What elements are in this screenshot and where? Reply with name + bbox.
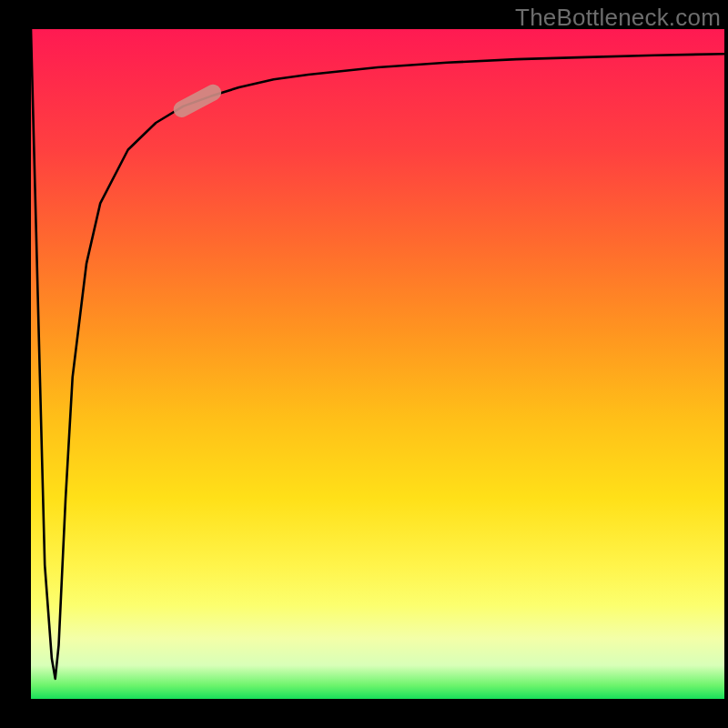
svg-rect-0	[171, 82, 225, 120]
curve-layer	[31, 29, 724, 699]
curve-highlight-marker	[171, 82, 225, 120]
bottleneck-curve-path	[31, 29, 724, 679]
plot-area	[31, 29, 724, 699]
chart-stage: TheBottleneck.com	[0, 0, 728, 728]
watermark-text: TheBottleneck.com	[515, 4, 721, 32]
